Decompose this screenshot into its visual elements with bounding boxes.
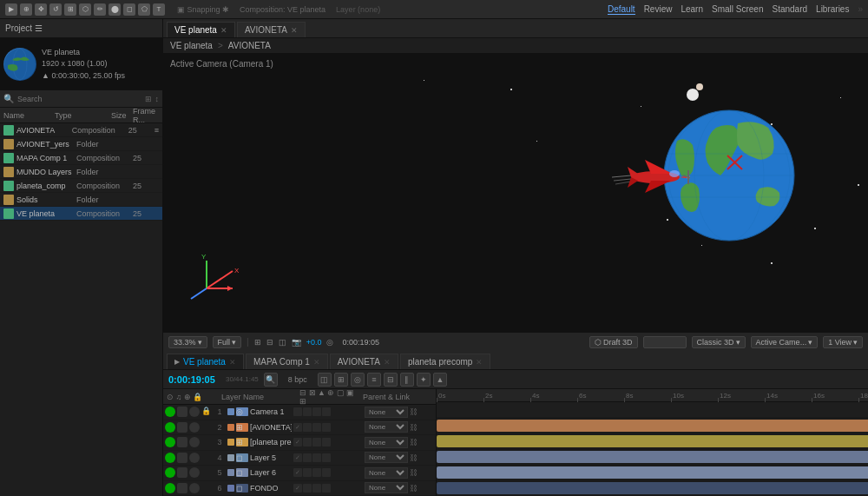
switch[interactable] [322, 423, 331, 432]
item-opts[interactable]: ≡ [155, 126, 159, 135]
tl-btn[interactable]: ◎ [351, 373, 365, 387]
close-icon[interactable]: ✕ [220, 26, 227, 35]
tl-btn[interactable]: ✦ [417, 373, 431, 387]
project-item[interactable]: MUNDO Layers Folder [0, 165, 162, 179]
layer-row[interactable]: 🔒 1 ◎ Camera 1 None [163, 405, 436, 420]
parent-link[interactable]: None ⛓ [365, 452, 434, 463]
parent-link[interactable]: None ⛓ [365, 482, 434, 493]
timeline-ruler[interactable]: 0s 2s 4s 6s 8s 10s 12s 14s 16s 18s 20s 2… [437, 389, 868, 402]
sort-icon[interactable]: ⊞ [145, 95, 152, 103]
layer-bar[interactable] [437, 451, 868, 463]
switch[interactable] [312, 438, 321, 446]
timeline-track[interactable] [437, 433, 868, 449]
visibility-toggle[interactable] [165, 407, 175, 417]
project-search-input[interactable] [17, 95, 87, 103]
parent-link[interactable]: None ⛓ [365, 467, 434, 479]
toolbar-icon[interactable]: ⬤ [108, 3, 121, 16]
toolbar-icon[interactable]: ⬠ [138, 3, 150, 16]
project-item[interactable]: planeta_comp Composition 25 [0, 179, 162, 193]
switch[interactable] [303, 407, 312, 416]
lock-toggle[interactable] [201, 422, 212, 433]
layer-bar[interactable] [437, 420, 868, 432]
snapshot-icon[interactable]: ◎ [326, 338, 333, 347]
switch[interactable] [322, 407, 331, 416]
audio-toggle[interactable] [177, 483, 187, 493]
switch[interactable]: ✓ [293, 484, 302, 493]
solo-toggle[interactable] [189, 407, 200, 417]
parent-link[interactable]: None ⛓ [365, 407, 434, 418]
switch[interactable] [322, 484, 331, 493]
lock-toggle[interactable]: 🔒 [201, 407, 212, 417]
switch[interactable]: ✓ [293, 423, 302, 432]
workspace-tab-small-screen[interactable]: Small Screen [712, 4, 763, 14]
toolbar-icon[interactable]: ◻ [123, 3, 135, 16]
solo-toggle[interactable] [189, 422, 200, 433]
switch[interactable] [312, 423, 321, 432]
timeline-track[interactable] [437, 418, 868, 433]
breadcrumb-comp[interactable]: VE planeta [170, 41, 213, 50]
view-control[interactable]: 1 View ▾ [823, 336, 863, 348]
audio-toggle[interactable] [177, 453, 187, 463]
timeline-track[interactable] [437, 480, 868, 496]
comp-tab-avioneta[interactable]: AVIONETA ✕ [237, 22, 306, 37]
audio-toggle[interactable] [177, 407, 187, 417]
workspace-tab-learn[interactable]: Learn [681, 4, 703, 14]
solo-toggle[interactable] [189, 453, 200, 463]
parent-select[interactable]: None [365, 467, 408, 479]
audio-toggle[interactable] [177, 467, 187, 478]
switch[interactable] [322, 438, 331, 446]
visibility-toggle[interactable] [165, 483, 175, 493]
project-item[interactable]: AVIONETA Composition 25 ≡ [0, 123, 162, 137]
mask-icon[interactable]: ◫ [279, 338, 286, 347]
current-time[interactable]: 0:00:19:05 [168, 374, 220, 385]
tl-btn[interactable]: ⊞ [334, 373, 348, 387]
close-icon[interactable]: ✕ [476, 358, 483, 367]
toolbar-icon[interactable]: T [153, 3, 165, 16]
switch[interactable] [293, 407, 302, 416]
tl-btn[interactable]: ▲ [433, 373, 447, 387]
switch[interactable] [322, 468, 331, 477]
parent-select[interactable]: None [365, 407, 408, 418]
toolbar-icon[interactable]: ⊞ [64, 3, 76, 16]
switch[interactable]: ✓ [293, 453, 302, 462]
timeline-tracks[interactable]: 0s 2s 4s 6s 8s 10s 12s 14s 16s 18s 20s 2… [437, 389, 868, 496]
audio-toggle[interactable] [177, 437, 187, 447]
lock-toggle[interactable] [201, 467, 212, 478]
search-layers-btn[interactable]: 🔍 [264, 373, 278, 387]
toolbar-icon[interactable]: ↺ [49, 3, 62, 16]
layer-row[interactable]: 3 ⊞ [planeta precomp] ✓ None [163, 435, 436, 451]
tl-btn[interactable]: ≡ [367, 373, 381, 387]
switch[interactable]: ✓ [293, 438, 302, 446]
switch[interactable] [312, 453, 321, 462]
workspace-tab-standard[interactable]: Standard [772, 4, 807, 14]
layer-bar[interactable] [437, 435, 868, 447]
comp-tab-ve-planeta[interactable]: VE planeta ✕ [167, 22, 235, 37]
tracks-body[interactable] [437, 402, 868, 496]
parent-select[interactable]: None [365, 482, 408, 493]
zoom-control[interactable]: 33.3% ▾ [168, 336, 207, 348]
switch[interactable] [303, 453, 312, 462]
workspace-tab-review[interactable]: Review [644, 4, 673, 14]
switch[interactable] [322, 453, 331, 462]
project-item[interactable]: MAPA Comp 1 Composition 25 [0, 151, 162, 165]
quality-control[interactable]: Full ▾ [213, 336, 242, 348]
layer-bar[interactable] [437, 466, 868, 479]
workspace-tab-default[interactable]: Default [608, 4, 635, 15]
tl-tab-planeta-precomp[interactable]: planeta precomp ✕ [400, 354, 491, 369]
parent-select[interactable]: None [365, 421, 408, 433]
project-item[interactable]: Solids Folder [0, 193, 162, 207]
switch[interactable] [303, 438, 312, 446]
toolbar-icon[interactable]: ⊕ [20, 3, 32, 16]
timeline-track[interactable] [437, 402, 868, 418]
lock-toggle[interactable] [201, 483, 212, 493]
solo-toggle[interactable] [189, 467, 200, 478]
toolbar-icon[interactable]: ✏ [94, 3, 106, 16]
expand-icon[interactable]: » [858, 4, 863, 14]
toolbar-icon[interactable]: ▶ [5, 3, 17, 16]
breadcrumb-sub[interactable]: AVIONETA [228, 41, 271, 50]
draft3d-control[interactable]: ⬡ Draft 3D [589, 336, 638, 348]
layer-bar[interactable] [437, 482, 868, 494]
visibility-toggle[interactable] [165, 437, 175, 447]
switch[interactable] [312, 407, 321, 416]
comp-icon-ctrl[interactable]: ⊞ [254, 338, 261, 347]
